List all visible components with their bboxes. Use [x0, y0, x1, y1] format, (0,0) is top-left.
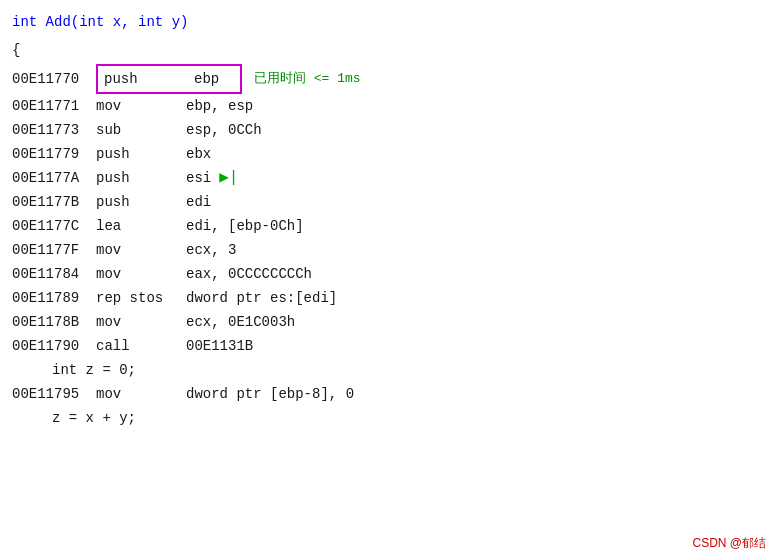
highlight-box: push ebp	[96, 64, 242, 94]
mnemonic-9: rep stos	[96, 286, 186, 310]
func-signature-line: int Add(int x, int y)	[12, 8, 766, 36]
source-comment-1: int z = 0;	[12, 358, 766, 382]
timing-badge: 已用时间 <= 1ms	[254, 67, 361, 91]
asm-row-2: 00E11773 sub esp, 0CCh	[12, 118, 766, 142]
mnemonic-11: call	[96, 334, 186, 358]
operand-9: dword ptr es:[edi]	[186, 286, 337, 310]
asm-row-5: 00E1177B push edi	[12, 190, 766, 214]
asm-row-highlighted: 00E11770 push ebp 已用时间 <= 1ms	[12, 64, 766, 94]
address-00E11770: 00E11770	[12, 67, 92, 91]
mnemonic-4: push	[96, 166, 186, 190]
asm-row-11: 00E11790 call 00E1131B	[12, 334, 766, 358]
operand-7: ecx, 3	[186, 238, 236, 262]
mnemonic-5: push	[96, 190, 186, 214]
asm-row-1: 00E11771 mov ebp, esp	[12, 94, 766, 118]
operand-4: esi	[186, 166, 211, 190]
address-2: 00E11773	[12, 118, 92, 142]
mnemonic-8: mov	[96, 262, 186, 286]
operand-1: ebp, esp	[186, 94, 253, 118]
mnemonic-7: mov	[96, 238, 186, 262]
address-11: 00E11790	[12, 334, 92, 358]
watermark: CSDN @郁结	[692, 535, 766, 552]
mnemonic-3: push	[96, 142, 186, 166]
mnemonic-2: sub	[96, 118, 186, 142]
address-6: 00E1177C	[12, 214, 92, 238]
operand-2: esp, 0CCh	[186, 118, 262, 142]
address-12: 00E11795	[12, 382, 92, 406]
operand-5: edi	[186, 190, 211, 214]
address-3: 00E11779	[12, 142, 92, 166]
mnemonic-10: mov	[96, 310, 186, 334]
operand-12: dword ptr [ebp-8], 0	[186, 382, 354, 406]
open-brace-line: {	[12, 36, 766, 64]
address-9: 00E11789	[12, 286, 92, 310]
mnemonic-6: lea	[96, 214, 186, 238]
operand-8: eax, 0CCCCCCCCh	[186, 262, 312, 286]
address-7: 00E1177F	[12, 238, 92, 262]
operand-6: edi, [ebp-0Ch]	[186, 214, 304, 238]
open-brace: {	[12, 36, 20, 64]
address-4: 00E1177A	[12, 166, 92, 190]
operand-3: ebx	[186, 142, 211, 166]
asm-row-10: 00E1178B mov ecx, 0E1C003h	[12, 310, 766, 334]
mnemonic-12: mov	[96, 382, 186, 406]
asm-row-12: 00E11795 mov dword ptr [ebp-8], 0	[12, 382, 766, 406]
asm-row-4: 00E1177A push esi ▶|	[12, 166, 766, 190]
address-1: 00E11771	[12, 94, 92, 118]
operand-10: ecx, 0E1C003h	[186, 310, 295, 334]
operand-ebp-0: ebp	[194, 67, 234, 91]
mnemonic-push-0: push	[104, 67, 194, 91]
operand-11: 00E1131B	[186, 334, 253, 358]
code-area: int Add(int x, int y) { 00E11770 push eb…	[12, 8, 766, 430]
play-arrow-icon: ▶|	[219, 166, 238, 190]
asm-row-3: 00E11779 push ebx	[12, 142, 766, 166]
source-comment-2: z = x + y;	[12, 406, 766, 430]
return-type: int Add(int x, int y)	[12, 8, 188, 36]
asm-row-7: 00E1177F mov ecx, 3	[12, 238, 766, 262]
address-5: 00E1177B	[12, 190, 92, 214]
asm-row-9: 00E11789 rep stos dword ptr es:[edi]	[12, 286, 766, 310]
address-10: 00E1178B	[12, 310, 92, 334]
address-8: 00E11784	[12, 262, 92, 286]
asm-row-6: 00E1177C lea edi, [ebp-0Ch]	[12, 214, 766, 238]
mnemonic-1: mov	[96, 94, 186, 118]
asm-row-8: 00E11784 mov eax, 0CCCCCCCCh	[12, 262, 766, 286]
